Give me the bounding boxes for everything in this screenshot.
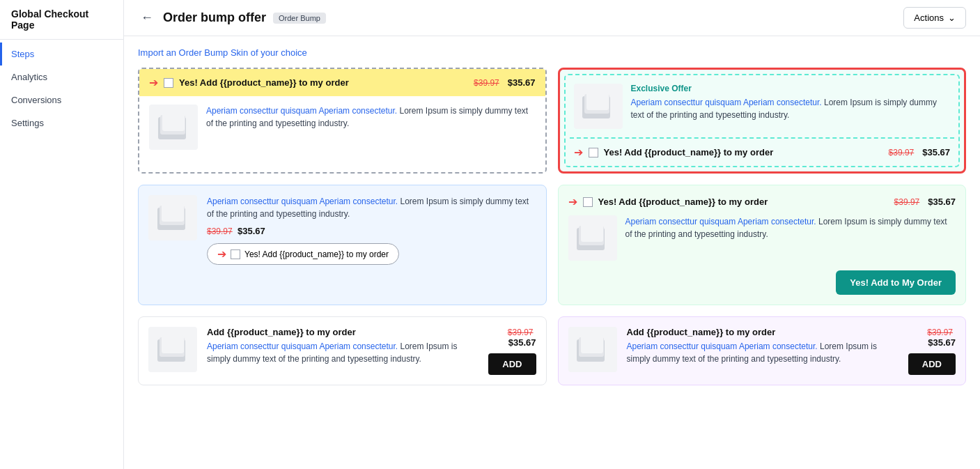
skin2-price-new: $35.67 (922, 147, 950, 157)
skin1-body: Aperiam consecttur quisquam Aperiam cons… (139, 96, 545, 158)
skin1-price-new: $35.67 (508, 77, 536, 88)
skin4-cta-button[interactable]: Yes! Add to My Order (836, 270, 956, 295)
skin1-product-image (149, 105, 198, 150)
skin3-add-button[interactable]: ➔ Yes! Add {{product_name}} to my order (207, 243, 399, 265)
skin3-arrow-icon: ➔ (217, 247, 226, 261)
skin6-title: Add {{product_name}} to my order (627, 327, 891, 337)
skin-card-2[interactable]: Exclusive Offer Aperiam consecttur quisq… (558, 68, 967, 174)
page-title: Order bump offer (163, 10, 266, 25)
skin2-product-image (574, 84, 623, 129)
main-area: ← Order bump offer Order Bump Actions ⌄ … (124, 0, 980, 469)
sidebar-item-settings[interactable]: Settings (0, 112, 123, 134)
skin3-checkbox[interactable] (231, 249, 240, 259)
skin6-prices: $39.97 $35.67 ADD (900, 327, 956, 375)
skin3-body: Aperiam consecttur quisquam Aperiam cons… (207, 195, 536, 265)
skin1-yes-label: Yes! Add {{product_name}} to my order (179, 77, 468, 88)
skin3-price-old: $39.97 (207, 226, 233, 236)
skin4-product-image (568, 215, 617, 261)
skin4-arrow-icon: ➔ (568, 195, 577, 208)
skin-card-3[interactable]: Aperiam consecttur quisquam Aperiam cons… (138, 185, 547, 305)
skins-grid: ➔ Yes! Add {{product_name}} to my order … (138, 68, 966, 385)
svg-rect-8 (162, 203, 184, 222)
skin4-price-old: $39.97 (894, 197, 920, 207)
svg-rect-2 (162, 113, 185, 131)
skin6-add-button[interactable]: ADD (908, 353, 956, 375)
sidebar-item-analytics[interactable]: Analytics (0, 66, 123, 89)
skin6-price-new: $35.67 (928, 337, 956, 348)
arrow-icon: ➔ (149, 76, 158, 89)
skin-card-4[interactable]: ➔ Yes! Add {{product_name}} to my order … (558, 185, 967, 305)
skin2-yes-label: Yes! Add {{product_name}} to my order (604, 147, 883, 157)
skin5-description: Aperiam consecttur quisquam Aperiam cons… (207, 340, 471, 365)
skin4-description: Aperiam consecttur quisquam Aperiam cons… (625, 215, 956, 240)
order-bump-badge: Order Bump (273, 13, 326, 24)
skin2-top: Exclusive Offer Aperiam consecttur quisq… (566, 75, 959, 137)
skin6-product-image (568, 327, 617, 372)
skin2-dashed-container: Exclusive Offer Aperiam consecttur quisq… (564, 74, 960, 167)
skin1-description: Aperiam consecttur quisquam Aperiam cons… (206, 105, 536, 130)
skin2-exclusive-label: Exclusive Offer (631, 84, 951, 93)
svg-rect-11 (581, 224, 603, 242)
skin2-arrow-icon: ➔ (574, 146, 583, 159)
skin-card-1[interactable]: ➔ Yes! Add {{product_name}} to my order … (138, 68, 547, 174)
sidebar-title: Global Checkout Page (0, 0, 123, 40)
skin2-checkbox[interactable] (589, 148, 598, 157)
sidebar: Global Checkout Page Steps Analytics Con… (0, 0, 124, 469)
skin-card-5[interactable]: Add {{product_name}} to my order Aperiam… (138, 316, 547, 385)
skin4-footer: Yes! Add to My Order (568, 269, 956, 295)
sidebar-nav: Steps Analytics Conversions Settings (0, 40, 123, 134)
content-area: Import an Order Bump Skin of your choice… (124, 36, 980, 469)
sidebar-item-steps[interactable]: Steps (0, 43, 123, 66)
svg-rect-17 (581, 335, 603, 353)
skin6-price-old: $39.97 (927, 328, 953, 337)
skin-card-6[interactable]: Add {{product_name}} to my order Aperiam… (558, 316, 967, 385)
skin4-checkbox[interactable] (583, 197, 593, 207)
skin3-price-new: $35.67 (238, 226, 265, 236)
svg-rect-14 (162, 335, 184, 353)
skin5-product-image (148, 327, 197, 372)
skin3-product-image (148, 195, 197, 240)
skin2-description: Aperiam consecttur quisquam Aperiam cons… (631, 96, 951, 121)
skin1-price-old: $39.97 (474, 78, 499, 88)
skin4-header-row: ➔ Yes! Add {{product_name}} to my order … (568, 195, 956, 208)
skin5-add-button[interactable]: ADD (488, 353, 536, 375)
skin3-description: Aperiam consecttur quisquam Aperiam cons… (207, 195, 536, 220)
skin1-checkbox[interactable] (164, 78, 173, 88)
skin2-text: Exclusive Offer Aperiam consecttur quisq… (631, 84, 951, 121)
page-header: ← Order bump offer Order Bump Actions ⌄ (124, 0, 980, 36)
skin5-title: Add {{product_name}} to my order (207, 327, 471, 337)
back-button[interactable]: ← (138, 10, 156, 25)
skin4-price-new: $35.67 (928, 197, 956, 207)
actions-label: Actions (914, 13, 944, 23)
skin6-description: Aperiam consecttur quisquam Aperiam cons… (627, 340, 891, 365)
actions-button[interactable]: Actions ⌄ (903, 7, 966, 29)
svg-rect-5 (586, 92, 609, 110)
skin3-prices: $39.97 $35.67 (207, 226, 536, 236)
chevron-down-icon: ⌄ (948, 13, 956, 23)
skin5-price-new: $35.67 (508, 337, 536, 348)
skin6-body: Add {{product_name}} to my order Aperiam… (627, 327, 891, 365)
skin3-yes-label: Yes! Add {{product_name}} to my order (244, 249, 389, 259)
skin5-price-old: $39.97 (508, 328, 534, 337)
skin1-header: ➔ Yes! Add {{product_name}} to my order … (139, 69, 545, 96)
skin5-prices: $39.97 $35.67 ADD (481, 327, 536, 375)
skin2-price-old: $39.97 (889, 148, 915, 157)
skin4-yes-label: Yes! Add {{product_name}} to my order (598, 197, 889, 207)
skin5-body: Add {{product_name}} to my order Aperiam… (207, 327, 471, 365)
skin4-body: Aperiam consecttur quisquam Aperiam cons… (568, 215, 956, 261)
sidebar-item-conversions[interactable]: Conversions (0, 89, 123, 112)
import-link[interactable]: Import an Order Bump Skin of your choice (138, 47, 966, 58)
skin2-footer: ➔ Yes! Add {{product_name}} to my order … (566, 139, 959, 166)
